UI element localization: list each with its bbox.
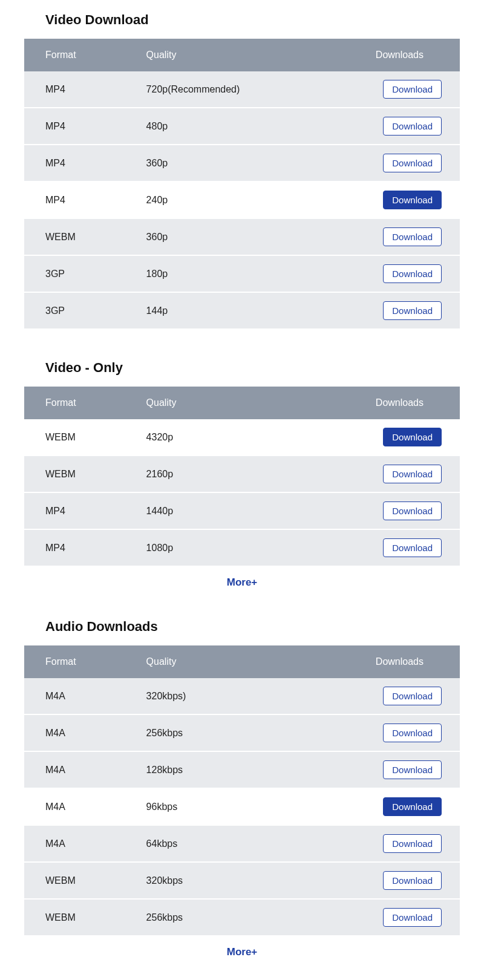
cell-format: M4A (24, 715, 146, 752)
cell-quality: 64kbps (146, 826, 329, 863)
cell-format: MP4 (24, 145, 146, 182)
cell-format: 3GP (24, 256, 146, 293)
cell-format: WEBM (24, 456, 146, 493)
header-format: Format (24, 645, 146, 678)
cell-quality: 320kbps) (146, 678, 329, 715)
header-quality: Quality (146, 387, 329, 419)
table-row: WEBM 2160p Download (24, 456, 460, 493)
table-row: MP4 480p Download (24, 108, 460, 145)
more-link[interactable]: More+ (24, 946, 460, 958)
download-button[interactable]: Download (383, 687, 442, 705)
table-header-row: Format Quality Downloads (24, 645, 460, 678)
section-title: Video Download (45, 12, 460, 28)
cell-quality: 360p (146, 145, 329, 182)
download-table: Format Quality Downloads MP4 720p(Recomm… (24, 39, 460, 330)
audio-downloads-section: Audio Downloads Format Quality Downloads… (24, 619, 460, 958)
table-row: WEBM 360p Download (24, 219, 460, 256)
download-table: Format Quality Downloads WEBM 4320p Down… (24, 387, 460, 567)
header-quality: Quality (146, 645, 329, 678)
cell-format: MP4 (24, 530, 146, 567)
cell-quality: 240p (146, 182, 329, 219)
header-format: Format (24, 39, 146, 71)
table-row: MP4 1440p Download (24, 493, 460, 530)
table-header-row: Format Quality Downloads (24, 387, 460, 419)
video-download-section: Video Download Format Quality Downloads … (24, 12, 460, 330)
cell-format: WEBM (24, 900, 146, 936)
table-row: M4A 96kbps Download (24, 789, 460, 826)
cell-format: M4A (24, 678, 146, 715)
cell-format: M4A (24, 789, 146, 826)
table-row: MP4 360p Download (24, 145, 460, 182)
section-title: Video - Only (45, 360, 460, 376)
cell-format: WEBM (24, 419, 146, 456)
cell-quality: 128kbps (146, 752, 329, 789)
cell-quality: 256kbps (146, 715, 329, 752)
section-title: Audio Downloads (45, 619, 460, 635)
download-button[interactable]: Download (383, 154, 442, 172)
cell-quality: 144p (146, 293, 329, 330)
cell-quality: 1440p (146, 493, 329, 530)
table-row: WEBM 256kbps Download (24, 900, 460, 936)
download-button[interactable]: Download (383, 834, 442, 853)
cell-quality: 720p(Recommended) (146, 71, 329, 108)
download-button[interactable]: Download (383, 908, 442, 927)
header-downloads: Downloads (329, 387, 460, 419)
table-row: MP4 1080p Download (24, 530, 460, 567)
download-table: Format Quality Downloads M4A 320kbps) Do… (24, 645, 460, 936)
cell-format: M4A (24, 826, 146, 863)
cell-quality: 360p (146, 219, 329, 256)
table-row: MP4 720p(Recommended) Download (24, 71, 460, 108)
download-button[interactable]: Download (383, 301, 442, 320)
table-row: M4A 320kbps) Download (24, 678, 460, 715)
cell-format: MP4 (24, 182, 146, 219)
table-header-row: Format Quality Downloads (24, 39, 460, 71)
cell-format: WEBM (24, 219, 146, 256)
cell-quality: 256kbps (146, 900, 329, 936)
table-row: M4A 64kbps Download (24, 826, 460, 863)
download-button[interactable]: Download (383, 760, 442, 779)
download-button[interactable]: Download (383, 871, 442, 890)
cell-format: MP4 (24, 71, 146, 108)
table-row: M4A 256kbps Download (24, 715, 460, 752)
table-row: 3GP 144p Download (24, 293, 460, 330)
download-button[interactable]: Download (383, 227, 442, 246)
download-button[interactable]: Download (383, 117, 442, 136)
download-button[interactable]: Download (383, 465, 442, 483)
table-row: MP4 240p Download (24, 182, 460, 219)
cell-quality: 4320p (146, 419, 329, 456)
download-button[interactable]: Download (383, 724, 442, 742)
download-button[interactable]: Download (383, 191, 442, 209)
cell-quality: 180p (146, 256, 329, 293)
table-row: 3GP 180p Download (24, 256, 460, 293)
cell-format: M4A (24, 752, 146, 789)
download-button[interactable]: Download (383, 501, 442, 520)
table-row: WEBM 320kbps Download (24, 863, 460, 900)
download-button[interactable]: Download (383, 80, 442, 99)
cell-quality: 320kbps (146, 863, 329, 900)
cell-format: WEBM (24, 863, 146, 900)
download-button[interactable]: Download (383, 264, 442, 283)
cell-quality: 2160p (146, 456, 329, 493)
cell-quality: 480p (146, 108, 329, 145)
cell-quality: 96kbps (146, 789, 329, 826)
video-only-section: Video - Only Format Quality Downloads WE… (24, 360, 460, 589)
cell-format: MP4 (24, 493, 146, 530)
table-row: M4A 128kbps Download (24, 752, 460, 789)
cell-quality: 1080p (146, 530, 329, 567)
header-downloads: Downloads (329, 39, 460, 71)
header-quality: Quality (146, 39, 329, 71)
download-button[interactable]: Download (383, 797, 442, 816)
download-button[interactable]: Download (383, 428, 442, 446)
more-link[interactable]: More+ (24, 577, 460, 589)
download-button[interactable]: Download (383, 538, 442, 557)
cell-format: 3GP (24, 293, 146, 330)
table-row: WEBM 4320p Download (24, 419, 460, 456)
header-format: Format (24, 387, 146, 419)
header-downloads: Downloads (329, 645, 460, 678)
cell-format: MP4 (24, 108, 146, 145)
